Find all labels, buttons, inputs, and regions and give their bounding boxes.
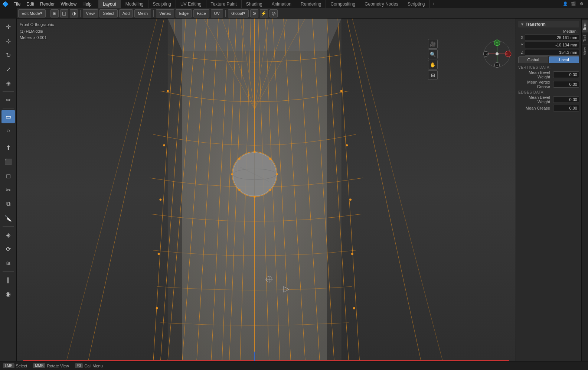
viewport-info: Front Orthographic (1) HLMiddle Meters x… xyxy=(20,22,54,41)
mean-bevel-weight-edge-value[interactable]: 0.00 xyxy=(553,96,579,103)
workspace-layout[interactable]: Layout xyxy=(98,0,121,8)
spin-tool[interactable]: ⟳ xyxy=(1,242,15,256)
bevel-tool[interactable]: ◻ xyxy=(1,169,15,182)
shrink-fatten-tool[interactable]: ◉ xyxy=(1,287,15,301)
median-row: Median: xyxy=(518,29,579,33)
menu-window[interactable]: Window xyxy=(58,0,79,8)
workspace-sculpting[interactable]: Sculpting xyxy=(148,0,176,8)
vertex-menu[interactable]: Vertex xyxy=(156,9,174,17)
workspace-uv-editing[interactable]: UV Editing xyxy=(176,0,206,8)
settings-icon[interactable]: ⚙ xyxy=(578,1,585,7)
view-options[interactable]: ⊞ xyxy=(50,9,59,17)
add-workspace-button[interactable]: + xyxy=(430,1,437,7)
shear-tool[interactable]: ∥ xyxy=(1,273,15,286)
scene-icon[interactable]: 🎬 xyxy=(570,1,577,7)
mean-bevel-weight-vertex-value[interactable]: 0.00 xyxy=(553,71,579,78)
menu-render[interactable]: Render xyxy=(37,0,58,8)
transform-space-buttons: Global Local xyxy=(518,56,579,63)
callmenu-label: Call Menu xyxy=(84,364,103,368)
extrude-region-tool[interactable]: ⬆ xyxy=(1,141,15,154)
mesh-menu[interactable]: Mesh xyxy=(134,9,151,17)
z-value-input[interactable]: -154.3 mm xyxy=(525,49,579,56)
global-transform-btn[interactable]: Global xyxy=(518,56,548,63)
transform-panel-arrow: ▼ xyxy=(520,22,524,26)
sidebar-tab-tool[interactable]: Tool xyxy=(582,32,588,44)
projection-label: Front Orthographic xyxy=(20,22,54,28)
select-menu[interactable]: Select xyxy=(99,9,118,17)
viewport-3d[interactable]: Front Orthographic (1) HLMiddle Meters x… xyxy=(17,19,516,361)
y-value-input[interactable]: -10.134 mm xyxy=(525,42,579,48)
menu-file[interactable]: File xyxy=(10,0,23,8)
menu-edit[interactable]: Edit xyxy=(23,0,37,8)
hand-pan-btn[interactable]: ✋ xyxy=(428,60,438,69)
z-coord-row: Z -154.3 mm xyxy=(518,49,579,56)
face-menu[interactable]: Face xyxy=(193,9,209,17)
mean-bevel-weight-row-edge: Mean Bevel Weight 0.00 xyxy=(518,95,579,104)
editor-toolbar: Edit Mode ▾ ⊞ ◫ ◑ View Select Add Mesh V… xyxy=(17,8,588,19)
svg-point-52 xyxy=(276,173,278,175)
svg-point-33 xyxy=(163,144,165,146)
scale-tool[interactable]: ⤢ xyxy=(1,62,15,76)
workspace-rendering[interactable]: Rendering xyxy=(296,0,326,8)
transform-panel-header[interactable]: ▼ Transform xyxy=(518,21,579,27)
smooth-vertices-tool[interactable]: ≋ xyxy=(1,256,15,270)
svg-text:X: X xyxy=(506,52,508,56)
rotate-tool[interactable]: ↻ xyxy=(1,48,15,62)
navigation-gizmo[interactable]: Y X -Y -X xyxy=(482,39,512,69)
zoom-camera-btn[interactable]: 🎥 xyxy=(428,39,438,49)
pivot-icon[interactable]: ⊙ xyxy=(250,9,258,17)
annotate-tool[interactable]: ✏ xyxy=(1,93,15,107)
offset-edge-tool[interactable]: ⧉ xyxy=(1,197,15,211)
cursor-tool[interactable]: ✛ xyxy=(1,20,15,33)
svg-point-32 xyxy=(340,90,343,92)
workspace-shading[interactable]: Shading xyxy=(242,0,267,8)
workspace-compositing[interactable]: Compositing xyxy=(326,0,360,8)
svg-point-51 xyxy=(231,173,233,175)
box-select-tool[interactable]: ▭ xyxy=(1,110,15,123)
view-menu[interactable]: View xyxy=(83,9,98,17)
tool-sep-1 xyxy=(3,91,14,92)
mean-bevel-weight-row-vertex: Mean Bevel Weight 0.00 xyxy=(518,70,579,79)
inset-faces-tool[interactable]: ⬛ xyxy=(1,155,15,168)
mean-crease-label: Mean Crease xyxy=(518,106,552,110)
overlay-btn[interactable]: ◫ xyxy=(60,9,68,17)
x-value-input[interactable]: -26.161 mm xyxy=(525,34,579,41)
sidebar-tab-view[interactable]: View xyxy=(582,45,588,58)
workspace-modeling[interactable]: Modeling xyxy=(121,0,148,8)
app-logo: 🔷 xyxy=(0,0,10,8)
mode-selector[interactable]: Edit Mode ▾ xyxy=(18,9,46,17)
proportional-icon[interactable]: ◎ xyxy=(270,9,278,17)
snap-icon[interactable]: ⚡ xyxy=(260,9,268,17)
transform-tool[interactable]: ⊕ xyxy=(1,77,15,90)
local-transform-btn[interactable]: Local xyxy=(549,56,579,63)
workspace-animation[interactable]: Animation xyxy=(267,0,296,8)
mean-vertex-crease-row: Mean Vertex Crease 0.00 xyxy=(518,80,579,89)
zoom-in-btn[interactable]: 🔍 xyxy=(428,49,438,59)
rotate-label: Rotate View xyxy=(47,364,69,368)
callmenu-key: F3 xyxy=(75,363,83,368)
add-menu[interactable]: Add xyxy=(119,9,133,17)
workspace-scripting[interactable]: Scripting xyxy=(403,0,430,8)
user-icon[interactable]: 👤 xyxy=(562,1,569,7)
grid-view-btn[interactable]: ⊞ xyxy=(428,70,438,80)
uv-menu[interactable]: UV xyxy=(211,9,223,17)
mean-vertex-crease-value[interactable]: 0.00 xyxy=(553,81,579,88)
workspace-texture-paint[interactable]: Texture Paint xyxy=(206,0,242,8)
workspace-geometry-nodes[interactable]: Geometry Nodes xyxy=(360,0,403,8)
object-name-label: (1) HLMiddle xyxy=(20,28,54,35)
circle-select-tool[interactable]: ○ xyxy=(1,124,15,137)
transform-space[interactable]: Global ▾ xyxy=(228,9,249,17)
shading-btn[interactable]: ◑ xyxy=(70,9,78,17)
mean-crease-value[interactable]: 0.00 xyxy=(553,105,579,111)
mean-crease-row: Mean Crease 0.00 xyxy=(518,105,579,111)
loop-cut-tool[interactable]: ✂ xyxy=(1,183,15,197)
sidebar-vertical-tabs: Item Tool View xyxy=(581,19,588,361)
sidebar-tab-item[interactable]: Item xyxy=(582,20,588,32)
poly-build-tool[interactable]: ◈ xyxy=(1,228,15,241)
move-tool[interactable]: ⊹ xyxy=(1,34,15,48)
edge-menu[interactable]: Edge xyxy=(176,9,192,17)
tool-sep-2 xyxy=(3,108,14,108)
median-label: Median: xyxy=(518,29,579,33)
menu-help[interactable]: Help xyxy=(79,0,95,8)
knife-tool[interactable]: 🔪 xyxy=(1,211,15,225)
